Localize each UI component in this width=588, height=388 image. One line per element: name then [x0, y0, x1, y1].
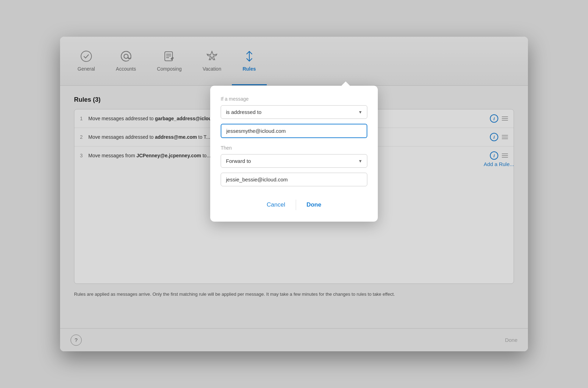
done-button[interactable]: Done: [296, 199, 332, 211]
dialog-overlay: If a message is addressed to is from is …: [60, 37, 528, 351]
action-select-wrapper: Forward to Move to Mark as read Delete ▼: [221, 154, 367, 168]
main-window: General Accounts: [60, 37, 528, 351]
condition-select[interactable]: is addressed to is from is to subject co…: [221, 105, 367, 119]
action-select[interactable]: Forward to Move to Mark as read Delete: [221, 154, 367, 168]
if-label: If a message: [221, 96, 367, 102]
rule-editor-dialog: If a message is addressed to is from is …: [210, 86, 378, 222]
condition-input[interactable]: [221, 124, 367, 138]
dialog-buttons: Cancel Done: [221, 198, 367, 211]
condition-select-wrapper: is addressed to is from is to subject co…: [221, 105, 367, 119]
cancel-button[interactable]: Cancel: [256, 199, 296, 211]
then-label: Then: [221, 145, 367, 151]
action-input[interactable]: [221, 173, 367, 186]
